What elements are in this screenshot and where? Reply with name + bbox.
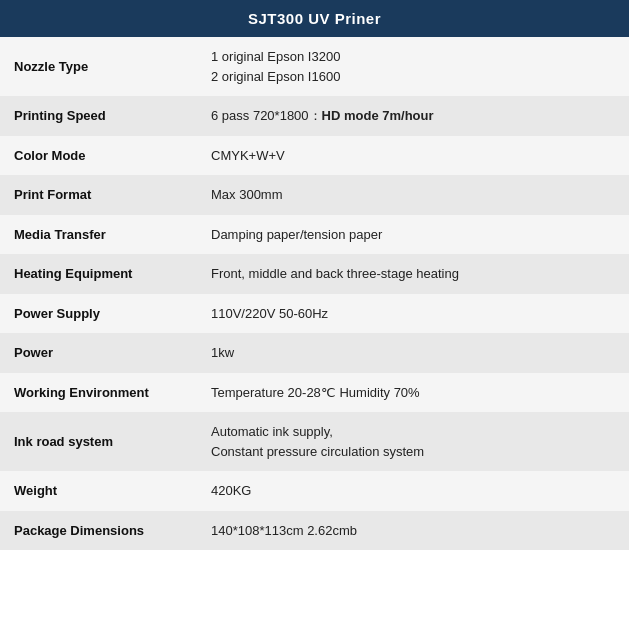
table-row: Media TransferDamping paper/tension pape… <box>0 215 629 255</box>
spec-table-container: SJT300 UV Priner Nozzle Type1 original E… <box>0 0 629 550</box>
table-row: Color ModeCMYK+W+V <box>0 136 629 176</box>
table-row: Ink road systemAutomatic ink supply,Cons… <box>0 412 629 471</box>
table-row: Power1kw <box>0 333 629 373</box>
spec-value: Automatic ink supply,Constant pressure c… <box>197 412 629 471</box>
spec-value: 110V/220V 50-60Hz <box>197 294 629 334</box>
spec-value: 420KG <box>197 471 629 511</box>
spec-value: 1 original Epson I32002 original Epson I… <box>197 37 629 96</box>
spec-label: Package Dimensions <box>0 511 197 551</box>
spec-label: Heating Equipment <box>0 254 197 294</box>
table-row: Heating EquipmentFront, middle and back … <box>0 254 629 294</box>
spec-table: Nozzle Type1 original Epson I32002 origi… <box>0 37 629 550</box>
spec-value: 140*108*113cm 2.62cmb <box>197 511 629 551</box>
spec-label: Printing Speed <box>0 96 197 136</box>
spec-label: Color Mode <box>0 136 197 176</box>
table-row: Working EnvironmentTemperature 20-28℃ Hu… <box>0 373 629 413</box>
table-row: Print FormatMax 300mm <box>0 175 629 215</box>
spec-label: Print Format <box>0 175 197 215</box>
spec-label: Power <box>0 333 197 373</box>
spec-value: Temperature 20-28℃ Humidity 70% <box>197 373 629 413</box>
table-row: Power Supply110V/220V 50-60Hz <box>0 294 629 334</box>
spec-label: Media Transfer <box>0 215 197 255</box>
spec-label: Nozzle Type <box>0 37 197 96</box>
spec-value: 6 pass 720*1800：HD mode 7m/hour <box>197 96 629 136</box>
spec-label: Working Environment <box>0 373 197 413</box>
table-row: Printing Speed6 pass 720*1800：HD mode 7m… <box>0 96 629 136</box>
table-row: Nozzle Type1 original Epson I32002 origi… <box>0 37 629 96</box>
spec-value: CMYK+W+V <box>197 136 629 176</box>
spec-value: 1kw <box>197 333 629 373</box>
spec-label: Power Supply <box>0 294 197 334</box>
table-title: SJT300 UV Priner <box>0 0 629 37</box>
table-row: Weight420KG <box>0 471 629 511</box>
spec-value: Front, middle and back three-stage heati… <box>197 254 629 294</box>
table-row: Package Dimensions140*108*113cm 2.62cmb <box>0 511 629 551</box>
spec-label: Weight <box>0 471 197 511</box>
spec-label: Ink road system <box>0 412 197 471</box>
spec-value: Max 300mm <box>197 175 629 215</box>
spec-value: Damping paper/tension paper <box>197 215 629 255</box>
